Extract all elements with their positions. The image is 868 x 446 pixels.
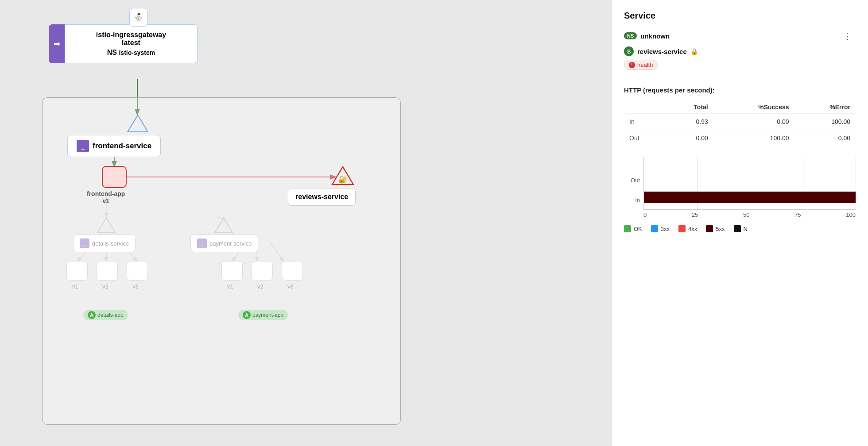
reviews-service-label: reviews-service <box>295 193 348 200</box>
legend-n: N <box>734 225 748 232</box>
panel-title: Service <box>624 11 856 21</box>
payment-v2-box[interactable] <box>252 261 273 281</box>
reviews-triangle: 🔐 <box>331 166 354 188</box>
frontend-service-label: frontend-service <box>93 142 151 150</box>
payment-v3-box[interactable] <box>282 261 303 281</box>
legend-3xx: 3xx <box>651 225 670 232</box>
y-label-out: Out <box>624 177 643 184</box>
legend-color-5xx <box>706 225 713 232</box>
row-out-error: 0.00 <box>794 130 856 146</box>
details-service-label: details-service <box>92 240 129 247</box>
s-badge: S <box>624 46 634 56</box>
details-app-badge[interactable]: A details-app <box>83 310 128 320</box>
legend-4xx: 4xx <box>678 225 697 232</box>
health-badge[interactable]: ! health <box>624 60 658 70</box>
legend-label-ok: OK <box>634 226 642 232</box>
frontend-service-node[interactable]: ⎯ frontend-service <box>67 135 161 157</box>
info-panel: Service NS unknown ⋮ S reviews-service 🔒… <box>611 0 868 446</box>
col-header-total: Total <box>664 101 713 114</box>
payment-v2-label: v2 <box>257 283 264 290</box>
health-row: ! health <box>624 60 856 70</box>
grid-line-100 <box>856 157 856 209</box>
legend-color-3xx <box>651 225 658 232</box>
ingress-gateway-node[interactable]: ➡ istio-ingressgateway latest NS istio-s… <box>49 24 198 63</box>
details-badge-letter: A <box>88 311 96 319</box>
ingress-box: istio-ingressgateway latest NS istio-sys… <box>65 24 198 63</box>
service-row: S reviews-service 🔒 <box>624 46 856 56</box>
row-out-success: 100.00 <box>713 130 794 146</box>
details-v2-box[interactable] <box>97 261 118 281</box>
chart-wrapper: Out In <box>624 157 856 220</box>
ns-badge: NS <box>107 49 117 56</box>
frontend-app-name: frontend-app <box>87 190 125 197</box>
http-section-title: HTTP (requests per second): <box>624 86 856 94</box>
details-v1-box[interactable] <box>66 261 88 281</box>
ingress-triangle <box>127 114 149 135</box>
payment-v3-label: v3 <box>287 283 294 290</box>
frontend-app-version: v1 <box>102 197 109 204</box>
row-out-label: Out <box>624 130 664 146</box>
legend-color-n <box>734 225 741 232</box>
git-icon: ⎯ <box>77 140 89 152</box>
svg-marker-11 <box>128 115 148 132</box>
details-v2-label: v2 <box>102 283 108 290</box>
svg-marker-14 <box>97 218 115 233</box>
namespace-value: unknown <box>640 32 670 40</box>
payment-v1-box[interactable] <box>221 261 243 281</box>
details-triangle <box>97 217 116 235</box>
x-label-50: 50 <box>743 211 749 218</box>
graph-panel: ➡ istio-ingressgateway latest NS istio-s… <box>0 0 611 446</box>
lock-icon: 🔒 <box>690 48 698 55</box>
chart-legend: OK 3xx 4xx 5xx N <box>624 225 856 232</box>
namespace-row: NS unknown ⋮ <box>624 29 856 43</box>
topology-icon[interactable]: ⛄ <box>129 8 148 27</box>
table-row-out: Out 0.00 100.00 0.00 <box>624 130 856 146</box>
ingress-name: istio-ingressgateway <box>76 31 186 39</box>
ingress-icon: ➡ <box>49 24 65 63</box>
row-out-total: 0.00 <box>664 130 713 146</box>
svg-text:🔐: 🔐 <box>338 175 347 184</box>
legend-label-n: N <box>744 226 748 232</box>
health-dot: ! <box>629 62 635 68</box>
more-options-button[interactable]: ⋮ <box>840 29 856 43</box>
payment-service-node[interactable]: ⎯ payment-service <box>190 235 258 252</box>
chart-y-labels: Out In <box>624 157 643 220</box>
bar-chart <box>643 157 856 210</box>
ingress-namespace: istio-system <box>119 49 155 56</box>
payment-triangle <box>214 217 233 235</box>
details-v3-label: v3 <box>132 283 139 290</box>
http-table: Total %Success %Error In 0.93 0.00 100.0… <box>624 101 856 146</box>
divider-1 <box>624 78 856 78</box>
legend-color-ok <box>624 225 631 232</box>
y-label-in: In <box>624 197 643 204</box>
ingress-version: latest <box>76 39 186 47</box>
details-app-label: details-app <box>97 312 124 318</box>
payment-badge-letter: A <box>243 311 251 319</box>
reviews-service-node[interactable]: reviews-service <box>288 188 356 206</box>
row-in-success: 0.00 <box>713 114 794 130</box>
col-header-label <box>624 101 664 114</box>
legend-label-4xx: 4xx <box>688 226 697 232</box>
bar-chart-container: Out In <box>624 157 856 232</box>
payment-service-label: payment-service <box>209 240 252 247</box>
details-service-node[interactable]: ⎯ details-service <box>73 235 136 252</box>
ingress-namespace-row: NS istio-system <box>76 49 186 57</box>
legend-label-3xx: 3xx <box>661 226 670 232</box>
col-header-success: %Success <box>713 101 794 114</box>
chart-area: 0 25 50 75 100 <box>643 157 856 220</box>
payment-app-badge[interactable]: A payment-app <box>238 310 288 320</box>
legend-label-5xx: 5xx <box>716 226 725 232</box>
details-git-icon: ⎯ <box>80 238 89 248</box>
x-label-75: 75 <box>794 211 801 218</box>
frontend-app-node[interactable] <box>102 166 127 188</box>
table-row-in: In 0.93 0.00 100.00 <box>624 114 856 130</box>
bar-in <box>644 192 856 203</box>
svg-marker-15 <box>215 218 232 233</box>
row-in-label: In <box>624 114 664 130</box>
payment-v1-label: v1 <box>227 283 233 290</box>
col-header-error: %Error <box>794 101 856 114</box>
payment-git-icon: ⎯ <box>197 238 207 248</box>
details-v3-box[interactable] <box>127 261 148 281</box>
legend-ok: OK <box>624 225 642 232</box>
health-label: health <box>637 62 653 68</box>
